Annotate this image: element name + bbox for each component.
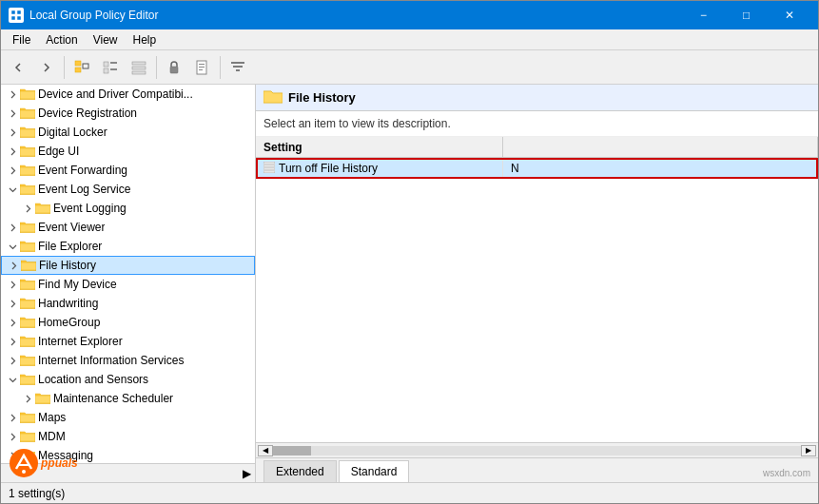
tree-item-digital-locker[interactable]: Digital Locker bbox=[1, 123, 255, 142]
lock-button[interactable] bbox=[161, 54, 187, 81]
tree-item-mdm[interactable]: MDM bbox=[1, 427, 255, 446]
expand-icon-internet-information-services bbox=[5, 353, 20, 368]
folder-icon-internet-explorer bbox=[20, 335, 35, 348]
tree-item-label-event-log-service: Event Log Service bbox=[38, 183, 130, 196]
h-scroll-area: ◀ ▶ bbox=[256, 442, 818, 457]
tree-item-homegroup[interactable]: HomeGroup bbox=[1, 313, 255, 332]
view-list-button[interactable] bbox=[126, 54, 152, 81]
folder-icon-digital-locker bbox=[20, 126, 35, 139]
folder-icon-event-forwarding bbox=[20, 164, 35, 177]
folder-header-icon bbox=[263, 88, 283, 107]
expand-icon-file-explorer bbox=[5, 239, 20, 254]
tab-standard[interactable]: Standard bbox=[339, 460, 410, 482]
svg-rect-10 bbox=[110, 68, 117, 70]
tree-item-maintenance-scheduler[interactable]: Maintenance Scheduler bbox=[1, 389, 255, 408]
menu-help[interactable]: Help bbox=[126, 31, 165, 48]
expand-icon-homegroup bbox=[5, 315, 20, 330]
tree-item-device-registration[interactable]: Device Registration bbox=[1, 104, 255, 123]
expand-icon-event-forwarding bbox=[5, 163, 20, 178]
tree-scroll-right[interactable]: ▶ bbox=[243, 467, 251, 480]
tree-item-event-viewer[interactable]: Event Viewer bbox=[1, 218, 255, 237]
right-panel-title: File History bbox=[288, 90, 356, 105]
tree-item-edge-ui[interactable]: Edge UI bbox=[1, 142, 255, 161]
tree-item-label-maintenance-scheduler: Maintenance Scheduler bbox=[53, 392, 173, 405]
app-icon bbox=[9, 8, 24, 23]
tree-item-file-explorer[interactable]: File Explorer bbox=[1, 237, 255, 256]
filter-button[interactable] bbox=[224, 54, 251, 81]
show-tree-button[interactable] bbox=[68, 54, 95, 81]
tree-scroll[interactable]: Device and Driver Compatibi... Device Re… bbox=[1, 85, 255, 463]
expand-icon-handwriting bbox=[5, 296, 20, 311]
tree-item-label-event-forwarding: Event Forwarding bbox=[38, 164, 127, 177]
svg-rect-1 bbox=[17, 10, 21, 14]
tree-item-event-logging[interactable]: Event Logging bbox=[1, 199, 255, 218]
tree-item-event-forwarding[interactable]: Event Forwarding bbox=[1, 161, 255, 180]
svg-rect-6 bbox=[83, 64, 88, 68]
svg-rect-18 bbox=[199, 69, 203, 70]
tree-item-label-file-explorer: File Explorer bbox=[38, 240, 102, 253]
tree-item-device-driver[interactable]: Device and Driver Compatibi... bbox=[1, 85, 255, 104]
close-button[interactable]: ✕ bbox=[768, 1, 810, 29]
tree-item-location-sensors[interactable]: Location and Sensors bbox=[1, 370, 255, 389]
h-scroll-thumb bbox=[273, 446, 311, 456]
right-panel-header: File History bbox=[256, 85, 818, 111]
h-scroll-right[interactable]: ▶ bbox=[801, 445, 816, 456]
svg-rect-3 bbox=[17, 16, 21, 20]
folder-icon-maps bbox=[20, 411, 35, 424]
svg-rect-7 bbox=[104, 62, 108, 67]
tree-item-label-device-registration: Device Registration bbox=[38, 107, 137, 120]
title-bar: Local Group Policy Editor − □ ✕ bbox=[1, 1, 818, 29]
expand-icon-location-sensors bbox=[5, 372, 20, 387]
tree-item-find-my-device[interactable]: Find My Device bbox=[1, 275, 255, 294]
settings-row-turn-off-file-history[interactable]: Turn off File HistoryN bbox=[256, 158, 818, 179]
maximize-button[interactable]: □ bbox=[725, 1, 768, 29]
back-button[interactable] bbox=[5, 54, 31, 81]
tree-item-label-device-driver: Device and Driver Compatibi... bbox=[38, 87, 193, 101]
expand-icon-find-my-device bbox=[5, 277, 20, 292]
minimize-button[interactable]: − bbox=[682, 1, 725, 29]
tree-item-internet-explorer[interactable]: Internet Explorer bbox=[1, 332, 255, 351]
tree-item-label-file-history: File History bbox=[39, 259, 96, 272]
tree-item-internet-information-services[interactable]: Internet Information Services bbox=[1, 351, 255, 370]
folder-icon-internet-information-services bbox=[20, 354, 35, 367]
view-details-button[interactable] bbox=[97, 54, 124, 81]
tree-item-label-location-sensors: Location and Sensors bbox=[38, 373, 148, 386]
svg-rect-8 bbox=[110, 62, 117, 64]
folder-icon-event-viewer bbox=[20, 221, 35, 234]
appuals-logo: ppuals bbox=[9, 448, 78, 478]
expand-icon-maps bbox=[5, 410, 20, 425]
settings-body[interactable]: Turn off File HistoryN bbox=[256, 158, 818, 442]
tree-item-maps[interactable]: Maps bbox=[1, 408, 255, 427]
svg-rect-5 bbox=[75, 68, 81, 72]
folder-icon-device-registration bbox=[20, 107, 35, 120]
tree-item-label-event-logging: Event Logging bbox=[53, 202, 127, 215]
svg-rect-0 bbox=[11, 10, 15, 14]
svg-rect-2 bbox=[11, 16, 15, 20]
settings-icon-turn-off-file-history bbox=[263, 162, 275, 175]
tab-extended[interactable]: Extended bbox=[263, 460, 337, 482]
forward-button[interactable] bbox=[33, 54, 60, 81]
properties-button[interactable] bbox=[189, 54, 216, 81]
right-panel-description: Select an item to view its description. bbox=[256, 111, 818, 137]
tree-item-file-history[interactable]: File History bbox=[1, 256, 255, 275]
tree-item-event-log-service[interactable]: Event Log Service bbox=[1, 180, 255, 199]
expand-icon-mdm bbox=[5, 429, 20, 444]
menu-action[interactable]: Action bbox=[38, 31, 85, 48]
h-scroll-left[interactable]: ◀ bbox=[258, 445, 273, 456]
menu-file[interactable]: File bbox=[5, 31, 38, 48]
folder-icon-file-explorer bbox=[20, 240, 35, 253]
tree-item-handwriting[interactable]: Handwriting bbox=[1, 294, 255, 313]
svg-rect-17 bbox=[199, 67, 205, 68]
expand-icon-event-logging bbox=[20, 201, 35, 216]
folder-icon-maintenance-scheduler bbox=[35, 392, 50, 405]
expand-icon-maintenance-scheduler bbox=[20, 391, 35, 406]
tree-item-label-handwriting: Handwriting bbox=[38, 297, 98, 310]
h-scroll-bar[interactable] bbox=[273, 446, 801, 456]
folder-icon-device-driver bbox=[20, 87, 35, 101]
folder-icon-handwriting bbox=[20, 297, 35, 310]
folder-icon-location-sensors bbox=[20, 373, 35, 386]
tree-item-label-mdm: MDM bbox=[38, 430, 66, 443]
tree-item-label-find-my-device: Find My Device bbox=[38, 278, 117, 291]
svg-point-24 bbox=[22, 470, 26, 474]
menu-view[interactable]: View bbox=[86, 31, 126, 48]
